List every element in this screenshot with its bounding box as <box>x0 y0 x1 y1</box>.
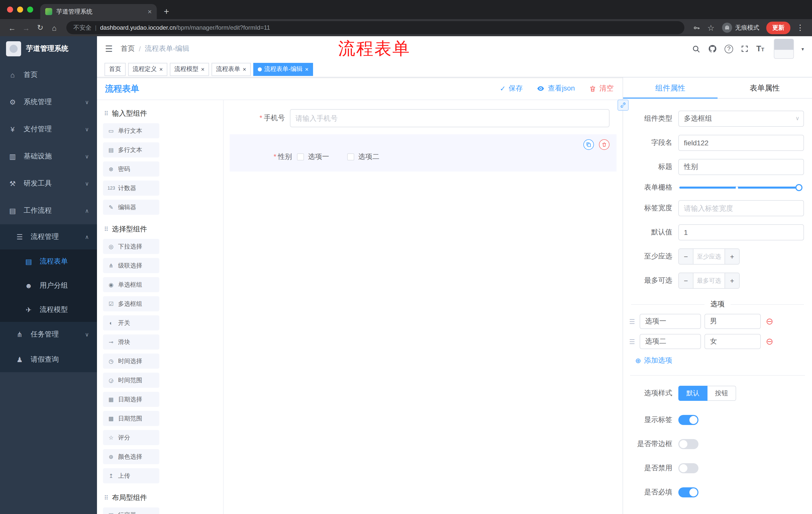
tag-process-form[interactable]: 流程表单 × <box>211 63 251 76</box>
palette-item-date-range[interactable]: ▩日期范围 <box>103 411 159 426</box>
disabled-switch[interactable] <box>678 463 698 473</box>
min-select-value[interactable]: 至少应选 <box>693 249 725 264</box>
tag-process-form-edit[interactable]: 流程表单-编辑 × <box>253 63 313 76</box>
option-label-input[interactable] <box>640 314 701 329</box>
drag-handle-icon[interactable]: ☰ <box>628 318 636 325</box>
fullscreen-icon[interactable] <box>741 45 749 53</box>
form-canvas[interactable]: 手机号 <box>224 100 622 514</box>
security-warning-label[interactable]: 不安全 <box>74 23 91 32</box>
tag-close-icon[interactable]: × <box>159 66 163 72</box>
palette-item-cascader[interactable]: ⋔级联选择 <box>103 258 159 273</box>
max-select-value[interactable]: 最多可选 <box>693 273 725 288</box>
required-switch[interactable] <box>678 487 698 497</box>
remove-option-icon[interactable]: ⊖ <box>766 317 773 326</box>
gender-field-widget-selected[interactable]: 性别 选项一 选项二 <box>230 134 616 171</box>
palette-item-row-container[interactable]: ▣行容器 <box>103 508 159 514</box>
breadcrumb-home[interactable]: 首页 <box>121 44 135 53</box>
show-label-switch[interactable] <box>678 415 698 425</box>
remove-option-icon[interactable]: ⊖ <box>766 337 773 346</box>
sidebar-item-leave-query[interactable]: ♟ 请假查询 <box>0 347 97 372</box>
sidebar-item-process-management[interactable]: ☰ 流程管理 ∧ <box>0 224 97 249</box>
tag-close-icon[interactable]: × <box>243 66 246 72</box>
palette-item-time-picker[interactable]: ◷时间选择 <box>103 354 159 369</box>
sidebar-item-system-management[interactable]: ⚙ 系统管理 ∨ <box>0 88 97 116</box>
default-value-input[interactable] <box>678 224 804 240</box>
browser-menu-icon[interactable]: ⋮ <box>796 23 804 32</box>
style-default-button[interactable]: 默认 <box>678 386 707 401</box>
palette-item-slider[interactable]: ⊸滑块 <box>103 334 159 350</box>
password-key-icon[interactable] <box>693 24 700 31</box>
palette-item-date-picker[interactable]: ▦日期选择 <box>103 392 159 407</box>
palette-item-checkbox-group[interactable]: ☑多选框组 <box>103 296 159 311</box>
sidebar-item-task-management[interactable]: ⋔ 任务管理 ∨ <box>0 322 97 347</box>
phone-field-input[interactable] <box>290 109 609 127</box>
clear-button[interactable]: 清空 <box>589 84 613 93</box>
sidebar-item-user-group[interactable]: ☻ 用户分组 <box>0 274 97 298</box>
tab-form-props[interactable]: 表单属性 <box>718 77 812 98</box>
decrease-button[interactable]: − <box>679 273 693 288</box>
tab-close-icon[interactable]: × <box>148 7 152 16</box>
option-label-input[interactable] <box>640 334 701 349</box>
palette-item-password[interactable]: ⊗密码 <box>103 161 159 177</box>
sidebar-collapse-icon[interactable]: ☰ <box>105 44 113 54</box>
gender-option2-checkbox[interactable]: 选项二 <box>347 153 379 161</box>
tag-process-model[interactable]: 流程模型 × <box>170 63 209 76</box>
sidebar-item-workflow[interactable]: ▤ 工作流程 ∧ <box>0 197 97 224</box>
phone-field-widget[interactable]: 手机号 <box>230 107 616 129</box>
border-switch[interactable] <box>678 439 698 449</box>
save-button[interactable]: ✓ 保存 <box>500 84 523 93</box>
drag-handle-icon[interactable]: ☰ <box>628 338 636 345</box>
tab-component-props[interactable]: 组件属性 <box>623 77 718 98</box>
address-bar[interactable]: 不安全 | dashboard.yudao.iocoder.cn/bpm/man… <box>66 21 684 34</box>
field-name-input[interactable] <box>678 135 804 151</box>
sidebar-item-process-model[interactable]: ✈ 流程模型 <box>0 298 97 322</box>
sidebar-item-home[interactable]: ⌂ 首页 <box>0 61 97 88</box>
palette-item-single-line-text[interactable]: ▭单行文本 <box>103 123 159 138</box>
option-value-input[interactable] <box>704 314 761 329</box>
reload-button[interactable]: ↻ <box>33 23 47 32</box>
help-icon[interactable]: ? <box>725 45 733 53</box>
palette-item-rate[interactable]: ☆评分 <box>103 430 159 445</box>
slider-handle[interactable] <box>795 184 803 191</box>
palette-item-select[interactable]: ◎下拉选择 <box>103 239 159 254</box>
style-button-button[interactable]: 按钮 <box>707 386 736 401</box>
home-button[interactable]: ⌂ <box>47 23 61 32</box>
palette-item-counter[interactable]: 123计数器 <box>103 181 159 196</box>
option-value-input[interactable] <box>704 334 761 349</box>
delete-widget-button[interactable] <box>599 139 609 150</box>
forward-button[interactable]: → <box>19 23 33 32</box>
palette-item-radio-group[interactable]: ◉单选框组 <box>103 277 159 292</box>
tag-process-definition[interactable]: 流程定义 × <box>128 63 167 76</box>
label-width-input[interactable] <box>678 200 804 216</box>
avatar-caret-icon[interactable]: ▾ <box>802 46 804 52</box>
minimize-window-button[interactable] <box>17 6 23 12</box>
copy-widget-button[interactable] <box>583 139 594 150</box>
github-icon[interactable] <box>708 44 717 53</box>
decrease-button[interactable]: − <box>679 249 693 264</box>
tag-home[interactable]: 首页 <box>105 63 126 76</box>
sidebar-item-dev-tools[interactable]: ⚒ 研发工具 ∨ <box>0 170 97 197</box>
palette-item-upload[interactable]: ↥上传 <box>103 468 159 483</box>
maximize-window-button[interactable] <box>27 6 33 12</box>
increase-button[interactable]: + <box>725 273 739 288</box>
sidebar-item-infrastructure[interactable]: ▥ 基础设施 ∨ <box>0 143 97 170</box>
tag-close-icon[interactable]: × <box>305 66 309 72</box>
update-button[interactable]: 更新 <box>766 21 790 34</box>
sidebar-item-process-form[interactable]: ▤ 流程表单 <box>0 249 97 274</box>
title-input[interactable] <box>678 159 804 175</box>
view-json-button[interactable]: 查看json <box>537 84 575 93</box>
bookmark-star-icon[interactable]: ☆ <box>707 23 715 32</box>
increase-button[interactable]: + <box>725 249 739 264</box>
palette-item-time-range[interactable]: ◶时间范围 <box>103 373 159 388</box>
tag-close-icon[interactable]: × <box>201 66 204 72</box>
component-type-select[interactable]: ∨ <box>678 111 804 127</box>
add-option-button[interactable]: ⊕ 添加选项 <box>635 356 812 365</box>
sidebar-item-payment-management[interactable]: ¥ 支付管理 ∨ <box>0 116 97 143</box>
close-window-button[interactable] <box>7 6 13 12</box>
new-tab-button[interactable]: + <box>164 6 169 17</box>
font-size-icon[interactable]: TT <box>756 44 764 53</box>
back-button[interactable]: ← <box>5 23 19 32</box>
gender-option1-checkbox[interactable]: 选项一 <box>297 153 329 161</box>
form-grid-slider[interactable] <box>679 184 799 191</box>
browser-tab[interactable]: 芋道管理系统 × <box>40 4 157 19</box>
